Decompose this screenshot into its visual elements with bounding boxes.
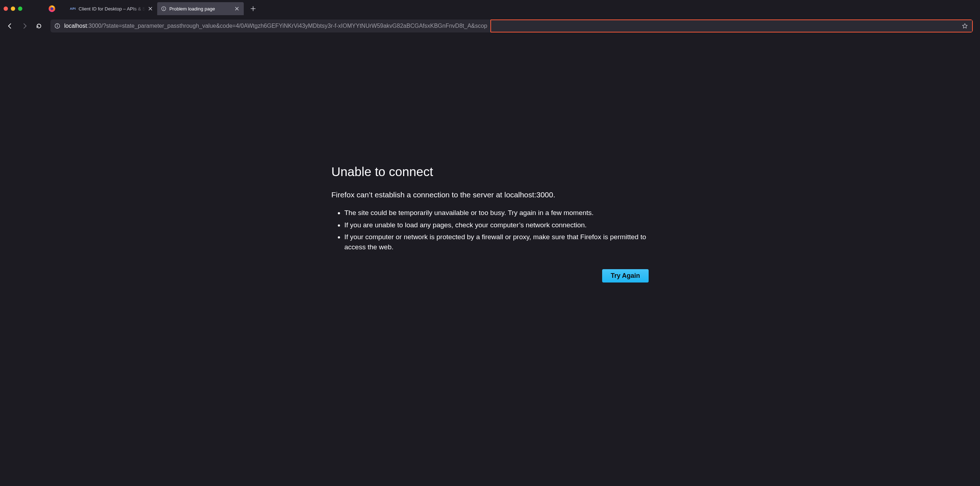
forward-button[interactable] — [19, 20, 30, 32]
svg-point-1 — [51, 7, 53, 10]
new-tab-button[interactable] — [247, 2, 259, 15]
tabstrip: API Client ID for Desktop – APIs & S Pro… — [66, 2, 259, 15]
error-suggestions: The site could be temporarily unavailabl… — [331, 208, 649, 252]
firefox-logo-icon — [48, 4, 56, 13]
url-host: localhost — [64, 23, 87, 29]
list-item: If you are unable to load any pages, che… — [344, 220, 649, 230]
nav-toolbar: localhost:3000/?state=state_parameter_pa… — [0, 18, 980, 35]
tab-close-button[interactable] — [147, 5, 154, 12]
bookmark-star-button[interactable] — [960, 21, 970, 31]
error-actions: Try Again — [331, 269, 649, 282]
page-content: Unable to connect Firefox can’t establis… — [0, 35, 980, 486]
svg-rect-4 — [163, 8, 164, 10]
tab-1[interactable]: Problem loading page — [157, 2, 244, 15]
try-again-button[interactable]: Try Again — [602, 269, 649, 282]
info-favicon-icon — [161, 6, 167, 11]
window-close-button[interactable] — [3, 6, 8, 11]
url-rest: :3000/?state=state_parameter_passthrough… — [87, 23, 220, 29]
window-controls — [3, 6, 48, 11]
tab-0[interactable]: API Client ID for Desktop – APIs & S — [66, 2, 157, 15]
api-favicon-icon: API — [70, 6, 76, 11]
url-text: localhost:3000/?state=state_parameter_pa… — [64, 23, 958, 29]
titlebar: API Client ID for Desktop – APIs & S Pro… — [0, 0, 980, 18]
svg-point-6 — [57, 24, 58, 25]
list-item: If your computer or network is protected… — [344, 232, 649, 252]
tab-title: Problem loading page — [169, 6, 232, 11]
reload-button[interactable] — [33, 20, 45, 32]
list-item: The site could be temporarily unavailabl… — [344, 208, 649, 218]
tab-title: Client ID for Desktop – APIs & S — [79, 6, 146, 11]
back-button[interactable] — [4, 20, 16, 32]
svg-rect-7 — [57, 25, 58, 27]
url-highlighted-segment: code=4/0AWtgzh6GEFYiNKrVi43yMDbtsy3r-f-x… — [220, 23, 487, 29]
tab-close-button[interactable] — [234, 5, 240, 12]
error-subhead: Firefox can’t establish a connection to … — [331, 191, 649, 199]
window-minimize-button[interactable] — [11, 6, 15, 11]
window-maximize-button[interactable] — [18, 6, 22, 11]
error-heading: Unable to connect — [331, 164, 649, 179]
svg-point-3 — [163, 8, 164, 8]
error-box: Unable to connect Firefox can’t establis… — [324, 35, 656, 282]
url-bar[interactable]: localhost:3000/?state=state_parameter_pa… — [51, 19, 973, 32]
identity-info-icon[interactable] — [54, 23, 60, 29]
